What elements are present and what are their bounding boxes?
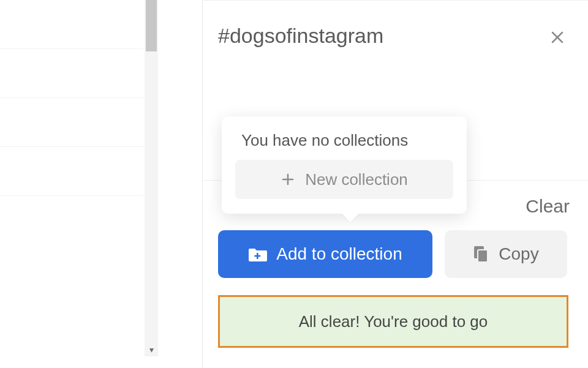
plus-icon	[281, 172, 295, 187]
list-item	[0, 0, 143, 49]
add-to-collection-label: Add to collection	[276, 244, 402, 264]
svg-rect-7	[478, 250, 488, 262]
list-item	[0, 49, 143, 98]
clear-link[interactable]: Clear	[526, 196, 570, 217]
copy-label: Copy	[499, 244, 538, 264]
add-to-collection-button[interactable]: Add to collection	[218, 230, 432, 278]
list-item	[0, 147, 143, 196]
folder-plus-icon	[248, 246, 268, 263]
left-sidebar	[0, 0, 143, 368]
status-message: All clear! You're good to go	[299, 312, 488, 331]
status-banner: All clear! You're good to go	[218, 295, 568, 348]
popover-title: You have no collections	[241, 131, 453, 150]
list-item	[0, 98, 143, 147]
copy-button[interactable]: Copy	[445, 230, 567, 278]
new-collection-button[interactable]: New collection	[235, 160, 453, 199]
scroll-down-icon[interactable]: ▾	[145, 343, 158, 356]
copy-icon	[473, 245, 490, 263]
scrollbar-track[interactable]	[145, 0, 158, 343]
panel-divider	[202, 0, 203, 368]
close-button[interactable]	[545, 25, 570, 50]
scrollbar-thumb[interactable]	[146, 0, 157, 51]
collections-popover: You have no collections New collection	[222, 116, 467, 214]
popover-tail	[341, 212, 360, 222]
svg-rect-5	[255, 255, 261, 257]
new-collection-label: New collection	[305, 170, 408, 189]
hashtag-title: #dogsofinstagram	[218, 24, 383, 48]
close-icon	[550, 30, 565, 45]
